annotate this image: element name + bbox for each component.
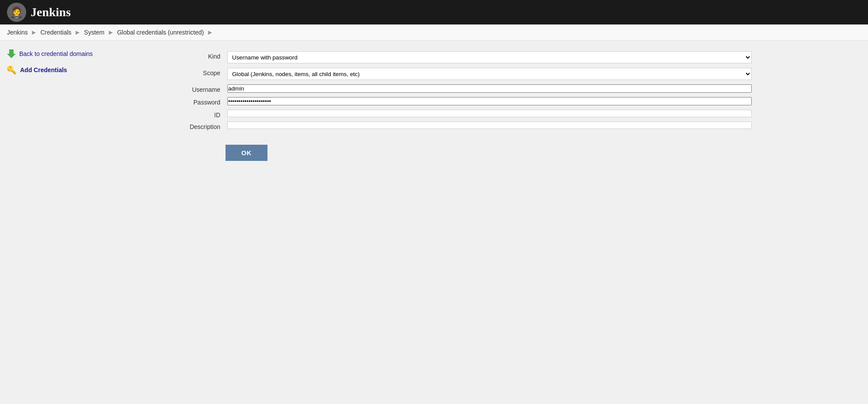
jenkins-logo-icon: 🤵 [7,3,26,22]
scope-label: Scope [157,66,227,77]
password-row: Password [157,95,851,107]
form-area: Kind Username with password Scope Global… [140,41,868,403]
kind-field: Username with password [227,49,752,65]
password-label: Password [157,95,227,106]
password-field [227,95,752,107]
app-title: Jenkins [31,5,71,19]
breadcrumb-sep-3: ▶ [109,29,113,35]
username-input[interactable] [227,84,752,93]
username-row: Username [157,83,851,94]
breadcrumb-jenkins[interactable]: Jenkins [7,29,28,36]
header: 🤵 Jenkins [0,0,868,24]
sidebar: Back to credential domains 🔑 Add Credent… [0,41,140,403]
add-credentials-label: Add Credentials [20,66,67,73]
breadcrumb-sep-2: ▶ [76,29,80,35]
id-row: ID [157,108,851,119]
breadcrumb-system[interactable]: System [84,29,104,36]
kind-label: Kind [157,49,227,60]
main-container: Back to credential domains 🔑 Add Credent… [0,41,868,403]
back-arrow-icon [7,49,16,58]
kind-select[interactable]: Username with password [227,51,752,63]
kind-row: Kind Username with password [157,49,851,65]
password-input[interactable] [227,97,752,105]
breadcrumb-global-credentials[interactable]: Global credentials (unrestricted) [117,29,204,36]
scope-field: Global (Jenkins, nodes, items, all child… [227,66,752,82]
id-field [227,108,752,119]
breadcrumb: Jenkins ▶ Credentials ▶ System ▶ Global … [0,24,868,41]
breadcrumb-sep-1: ▶ [32,29,36,35]
description-input[interactable] [227,122,752,129]
breadcrumb-credentials[interactable]: Credentials [40,29,71,36]
description-row: Description [157,120,851,131]
username-field [227,83,752,94]
description-field [227,120,752,131]
ok-button-row: OK [157,132,851,161]
add-credentials-link[interactable]: 🔑 Add Credentials [7,65,133,75]
breadcrumb-sep-4: ▶ [208,29,212,35]
back-link-label: Back to credential domains [19,50,93,57]
ok-button[interactable]: OK [226,145,267,161]
description-label: Description [157,120,227,130]
username-label: Username [157,83,227,93]
scope-row: Scope Global (Jenkins, nodes, items, all… [157,66,851,82]
scope-select[interactable]: Global (Jenkins, nodes, items, all child… [227,68,752,80]
back-to-credential-domains-link[interactable]: Back to credential domains [7,49,133,58]
key-icon: 🔑 [7,65,17,75]
logo: 🤵 Jenkins [7,3,71,22]
id-input[interactable] [227,110,752,117]
id-label: ID [157,108,227,118]
